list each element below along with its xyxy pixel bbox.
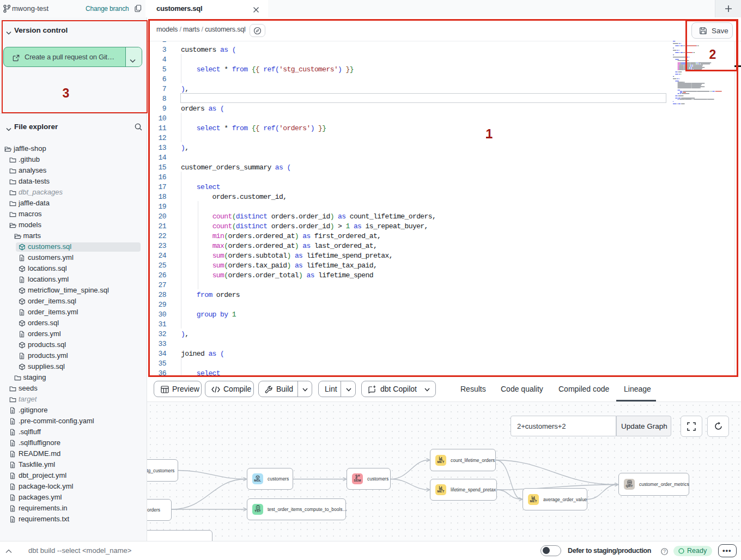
svg-text:?: ? <box>663 549 666 554</box>
